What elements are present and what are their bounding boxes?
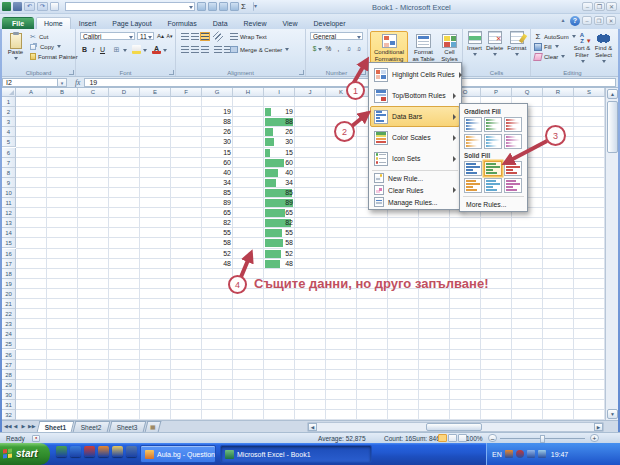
solid-databar-style-1[interactable] bbox=[484, 161, 502, 176]
close-button[interactable] bbox=[606, 2, 617, 11]
menu-item-icon-sets[interactable]: Icon Sets bbox=[370, 148, 460, 169]
sheet-tab-sheet1[interactable]: Sheet1 bbox=[37, 421, 75, 432]
menu-item-color-scales[interactable]: Color Scales bbox=[370, 127, 460, 148]
row-header-7[interactable]: 7 bbox=[2, 158, 16, 168]
fill-button[interactable]: Fill bbox=[534, 42, 559, 51]
row-header-25[interactable]: 25 bbox=[2, 339, 16, 349]
merge-center-button[interactable]: Merge & Center bbox=[230, 46, 289, 53]
column-header-C[interactable]: C bbox=[78, 88, 109, 97]
menu-item-new-rule[interactable]: New Rule... bbox=[370, 172, 460, 184]
cell-G17[interactable]: 48 bbox=[202, 259, 233, 269]
autosum-button[interactable]: AutoSum bbox=[534, 32, 576, 41]
qat-combobox[interactable] bbox=[65, 2, 195, 11]
row-header-29[interactable]: 29 bbox=[2, 380, 16, 390]
row-header-32[interactable]: 32 bbox=[2, 410, 16, 420]
column-header-S[interactable]: S bbox=[574, 88, 605, 97]
row-header-10[interactable]: 10 bbox=[2, 188, 16, 198]
row-header-15[interactable]: 15 bbox=[2, 238, 16, 248]
column-header-R[interactable]: R bbox=[543, 88, 574, 97]
column-header-I[interactable]: I bbox=[264, 88, 295, 97]
language-indicator[interactable]: EN bbox=[492, 451, 502, 458]
row-header-5[interactable]: 5 bbox=[2, 137, 16, 147]
workbook-restore-button[interactable]: ❐ bbox=[594, 16, 604, 25]
horizontal-scroll-thumb[interactable] bbox=[426, 423, 482, 431]
cell-I16[interactable]: 52 bbox=[264, 249, 295, 259]
ribbon-tab-home[interactable]: Home bbox=[36, 17, 71, 29]
cell-I9[interactable]: 34 bbox=[264, 178, 295, 188]
cell-G13[interactable]: 82 bbox=[202, 218, 233, 228]
sheet-tab-sheet2[interactable]: Sheet2 bbox=[73, 421, 110, 432]
show-desktop-icon[interactable] bbox=[56, 446, 67, 457]
row-header-3[interactable]: 3 bbox=[2, 117, 16, 127]
row-header-13[interactable]: 13 bbox=[2, 218, 16, 228]
row-header-20[interactable]: 20 bbox=[2, 289, 16, 299]
zoom-slider[interactable] bbox=[500, 438, 585, 440]
row-header-14[interactable]: 14 bbox=[2, 228, 16, 238]
align-top-button[interactable] bbox=[181, 33, 189, 40]
first-sheet-icon[interactable]: ◀◀ bbox=[4, 422, 11, 431]
percent-style-button[interactable] bbox=[324, 44, 333, 53]
help-icon[interactable] bbox=[570, 16, 580, 26]
cell-G15[interactable]: 58 bbox=[202, 238, 233, 248]
ribbon-tab-review[interactable]: Review bbox=[236, 17, 275, 29]
qat-icon-3[interactable] bbox=[219, 2, 228, 11]
column-header-A[interactable]: A bbox=[16, 88, 47, 97]
fill-color-button[interactable] bbox=[132, 45, 141, 54]
column-header-J[interactable]: J bbox=[295, 88, 326, 97]
align-middle-button[interactable] bbox=[191, 33, 199, 40]
delete-cells-button[interactable]: Delete bbox=[486, 31, 503, 58]
name-box[interactable]: I2 bbox=[2, 78, 58, 87]
align-bottom-button[interactable] bbox=[201, 33, 209, 40]
gradient-databar-style-4[interactable] bbox=[484, 134, 502, 149]
workbook-minimize-button[interactable]: – bbox=[582, 16, 592, 25]
cell-I3[interactable]: 88 bbox=[264, 117, 295, 127]
scroll-right-icon[interactable]: ▶ bbox=[594, 423, 603, 431]
cell-I11[interactable]: 89 bbox=[264, 198, 295, 208]
cell-I17[interactable]: 48 bbox=[264, 259, 295, 269]
cell-G7[interactable]: 60 bbox=[202, 158, 233, 168]
zoom-slider-thumb[interactable] bbox=[540, 435, 545, 443]
row-header-23[interactable]: 23 bbox=[2, 319, 16, 329]
vertical-scroll-thumb[interactable] bbox=[607, 101, 618, 153]
ribbon-tab-page-layout[interactable]: Page Layout bbox=[104, 17, 159, 29]
alignment-dialog-launcher[interactable] bbox=[299, 70, 304, 75]
row-header-17[interactable]: 17 bbox=[2, 259, 16, 269]
clipboard-dialog-launcher[interactable] bbox=[69, 70, 74, 75]
normal-view-button[interactable] bbox=[438, 434, 447, 442]
cell-I4[interactable]: 26 bbox=[264, 127, 295, 137]
scroll-left-icon[interactable]: ◀ bbox=[308, 423, 317, 431]
row-header-2[interactable]: 2 bbox=[2, 107, 16, 117]
gradient-databar-style-3[interactable] bbox=[464, 134, 482, 149]
gradient-databar-style-1[interactable] bbox=[484, 117, 502, 132]
font-size-combo[interactable]: 11 bbox=[137, 32, 154, 40]
column-header-Q[interactable]: Q bbox=[512, 88, 543, 97]
cell-G5[interactable]: 30 bbox=[202, 137, 233, 147]
row-header-28[interactable]: 28 bbox=[2, 370, 16, 380]
autosum-qat-icon[interactable] bbox=[241, 2, 251, 11]
font-dialog-launcher[interactable] bbox=[169, 70, 174, 75]
row-header-26[interactable]: 26 bbox=[2, 350, 16, 360]
qat-icon-4[interactable] bbox=[230, 2, 239, 11]
qat-icon-2[interactable] bbox=[208, 2, 217, 11]
internet-explorer-icon[interactable] bbox=[70, 446, 81, 457]
restore-button[interactable] bbox=[594, 2, 605, 11]
cut-button[interactable]: Cut bbox=[29, 32, 48, 41]
bold-button[interactable] bbox=[80, 44, 89, 54]
column-header-H[interactable]: H bbox=[233, 88, 264, 97]
row-header-22[interactable]: 22 bbox=[2, 309, 16, 319]
redo-icon[interactable]: ↷ bbox=[37, 2, 48, 11]
clear-button[interactable]: Clear bbox=[534, 52, 565, 61]
cell-G2[interactable]: 19 bbox=[202, 107, 233, 117]
ribbon-tab-insert[interactable]: Insert bbox=[71, 17, 105, 29]
row-header-24[interactable]: 24 bbox=[2, 329, 16, 339]
opera-icon[interactable] bbox=[84, 446, 95, 457]
prev-sheet-icon[interactable]: ◀ bbox=[12, 422, 19, 431]
column-header-P[interactable]: P bbox=[481, 88, 512, 97]
zoom-in-icon[interactable] bbox=[590, 434, 599, 442]
cell-G11[interactable]: 89 bbox=[202, 198, 233, 208]
decrease-font-icon[interactable]: A▾ bbox=[165, 31, 174, 41]
fx-icon[interactable]: fx bbox=[75, 78, 80, 87]
cell-I5[interactable]: 30 bbox=[264, 137, 295, 147]
row-header-12[interactable]: 12 bbox=[2, 208, 16, 218]
cell-G9[interactable]: 34 bbox=[202, 178, 233, 188]
